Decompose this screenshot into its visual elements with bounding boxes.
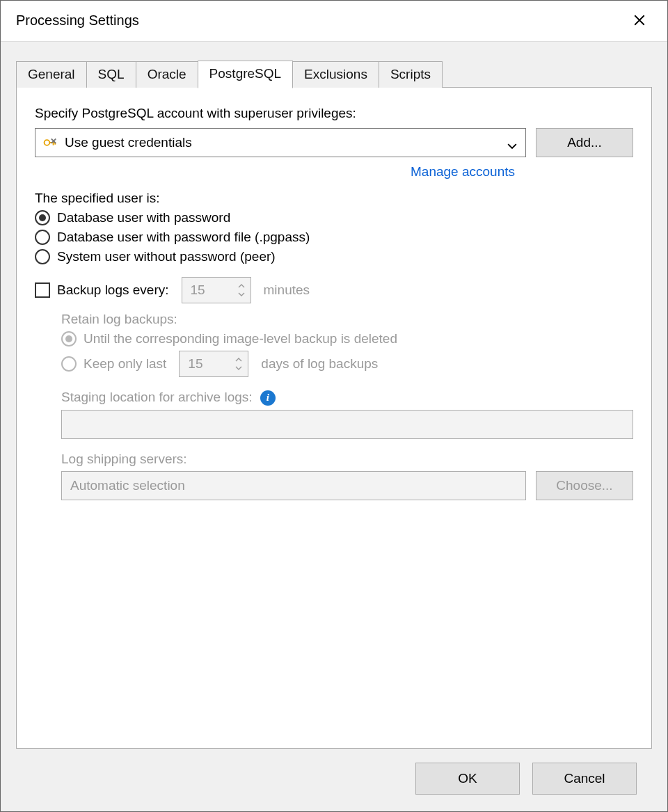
- chevron-down-icon: [507, 138, 517, 148]
- retain-keep-prefix: Keep only last: [84, 356, 166, 372]
- tab-strip: General SQL Oracle PostgreSQL Exclusions…: [16, 60, 652, 88]
- window-title: Processing Settings: [16, 13, 139, 29]
- add-credentials-button[interactable]: Add...: [536, 128, 633, 157]
- radio-retain-until-label: Until the corresponding image-level back…: [84, 331, 397, 347]
- choose-servers-button: Choose...: [536, 471, 633, 500]
- spinner-down-icon[interactable]: [237, 291, 246, 298]
- tab-scripts[interactable]: Scripts: [379, 61, 443, 88]
- radio-db-user-pgpass-label: Database user with password file (.pgpas…: [57, 230, 310, 245]
- radio-db-user-password[interactable]: [35, 210, 50, 225]
- staging-location-label: Staging location for archive logs:: [61, 390, 253, 404]
- radio-system-user-peer[interactable]: [35, 249, 50, 264]
- staging-location-input: [61, 410, 633, 439]
- key-icon: [42, 135, 58, 150]
- radio-db-user-password-label: Database user with password: [57, 210, 230, 225]
- credentials-value: Use guest credentials: [65, 135, 507, 150]
- tab-postgresql[interactable]: PostgreSQL: [198, 61, 294, 88]
- tab-exclusions[interactable]: Exclusions: [292, 61, 379, 88]
- backup-logs-label: Backup logs every:: [57, 282, 169, 298]
- cancel-button[interactable]: Cancel: [532, 763, 637, 795]
- radio-system-user-peer-label: System user without password (peer): [57, 249, 276, 264]
- tab-general[interactable]: General: [16, 61, 87, 88]
- tab-sql[interactable]: SQL: [86, 61, 136, 88]
- backup-logs-unit: minutes: [264, 282, 310, 298]
- dialog-body: General SQL Oracle PostgreSQL Exclusions…: [1, 42, 667, 811]
- ok-button[interactable]: OK: [415, 763, 520, 795]
- log-shipping-label: Log shipping servers:: [61, 452, 633, 467]
- svg-point-0: [45, 140, 50, 145]
- retain-log-backups-label: Retain log backups:: [61, 312, 633, 327]
- processing-settings-dialog: Processing Settings General SQL Oracle P…: [0, 0, 668, 812]
- tab-oracle[interactable]: Oracle: [136, 61, 198, 88]
- radio-db-user-pgpass[interactable]: [35, 230, 50, 245]
- spinner-up-icon[interactable]: [237, 282, 246, 289]
- close-button[interactable]: [624, 8, 655, 33]
- log-shipping-servers-input: Automatic selection: [61, 471, 526, 500]
- retain-keep-suffix: days of log backups: [261, 356, 378, 372]
- radio-retain-keep-last: [61, 356, 77, 372]
- backup-logs-interval-value: 15: [191, 282, 237, 298]
- manage-accounts-link[interactable]: Manage accounts: [411, 164, 515, 179]
- spinner-up-icon: [234, 356, 244, 363]
- specify-account-label: Specify PostgreSQL account with superuse…: [35, 106, 633, 121]
- titlebar: Processing Settings: [1, 1, 667, 42]
- tab-panel-postgresql: Specify PostgreSQL account with superuse…: [16, 87, 652, 749]
- credentials-dropdown[interactable]: Use guest credentials: [35, 128, 526, 157]
- retain-keep-days-value: 15: [188, 356, 234, 372]
- specified-user-label: The specified user is:: [35, 191, 633, 206]
- info-icon[interactable]: i: [260, 390, 276, 406]
- close-icon: [633, 14, 646, 26]
- spinner-down-icon: [234, 365, 244, 372]
- backup-logs-checkbox[interactable]: [35, 282, 50, 298]
- retain-keep-days-spinner: 15: [179, 351, 248, 377]
- dialog-footer: OK Cancel: [16, 749, 652, 811]
- backup-logs-interval-spinner[interactable]: 15: [182, 277, 251, 303]
- radio-retain-until-image-deleted: [61, 331, 77, 347]
